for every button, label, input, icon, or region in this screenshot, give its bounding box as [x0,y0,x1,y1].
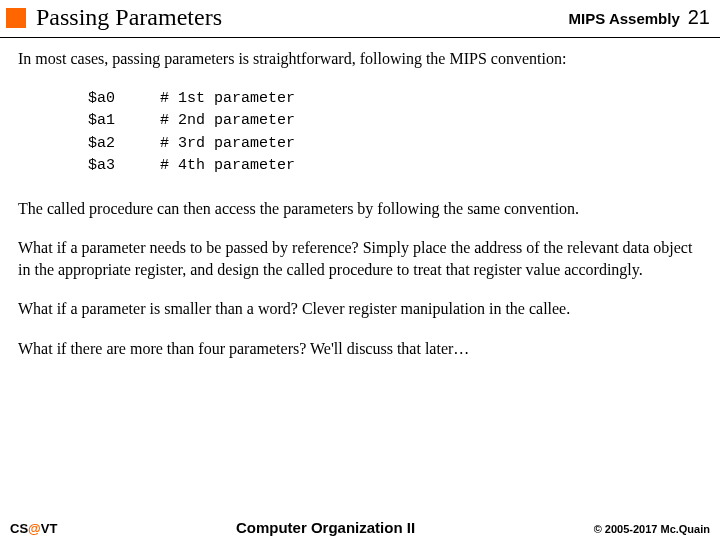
footer-at-icon: @ [28,521,41,536]
course-label: MIPS Assembly [569,10,680,27]
paragraph-2: What if a parameter needs to be passed b… [18,237,702,280]
paragraph-3: What if a parameter is smaller than a wo… [18,298,702,320]
header-right: MIPS Assembly 21 [569,6,710,29]
footer-left: CS@VT [10,521,57,536]
footer-center: Computer Organization II [236,519,415,536]
slide-header: Passing Parameters MIPS Assembly 21 [0,0,720,38]
slide-number: 21 [688,6,710,29]
header-left: Passing Parameters [6,4,222,31]
footer-org-prefix: CS [10,521,28,536]
slide-title: Passing Parameters [36,4,222,31]
code-block: $a0 # 1st parameter $a1 # 2nd parameter … [88,88,702,178]
footer-right: © 2005-2017 Mc.Quain [594,523,710,535]
accent-square-icon [6,8,26,28]
slide: Passing Parameters MIPS Assembly 21 In m… [0,0,720,540]
slide-footer: CS@VT Computer Organization II © 2005-20… [0,519,720,536]
footer-org-suffix: VT [41,521,58,536]
paragraph-1: The called procedure can then access the… [18,198,702,220]
intro-text: In most cases, passing parameters is str… [18,48,702,70]
paragraph-4: What if there are more than four paramet… [18,338,702,360]
slide-body: In most cases, passing parameters is str… [0,38,720,360]
